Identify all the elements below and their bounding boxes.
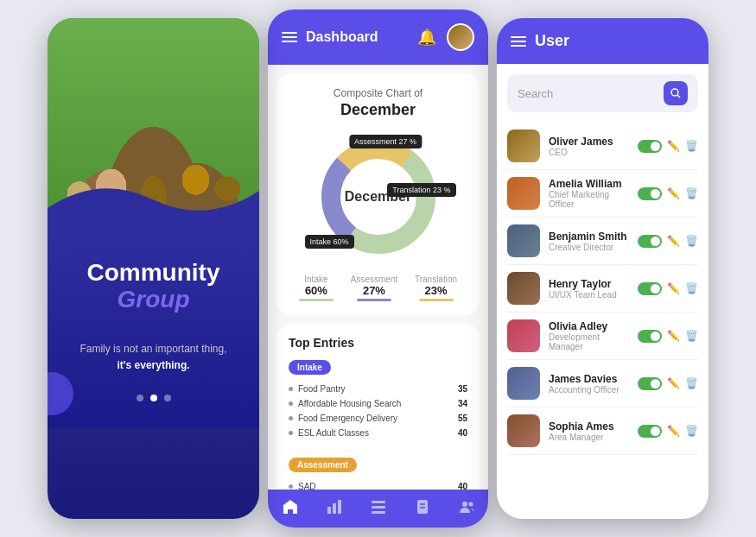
delete-sophia[interactable]: 🗑️	[685, 425, 698, 437]
edit-henry[interactable]: ✏️	[667, 282, 680, 294]
nav-list[interactable]	[370, 498, 387, 515]
community-logo: Community Group	[87, 260, 220, 313]
screen1-community: Community Group Family is not an importa…	[48, 18, 259, 519]
search-bar[interactable]: Search	[507, 74, 698, 112]
app-name-part1: Community	[87, 259, 220, 286]
entry-housing: Affordable Housing Search 34	[289, 396, 467, 411]
chart-month: December	[290, 101, 466, 119]
toggle-benjamin[interactable]	[638, 235, 662, 248]
nav-home[interactable]	[282, 498, 299, 515]
chart-subtitle: Composite Chart of	[290, 87, 466, 99]
community-photo	[48, 18, 259, 243]
dot-1[interactable]	[137, 395, 143, 401]
toggle-sophia[interactable]	[638, 425, 662, 438]
chart-card: Composite Chart of December December	[276, 73, 480, 315]
user-hamburger-icon[interactable]	[511, 36, 526, 47]
tooltip-translation: Translation 23 %	[387, 183, 455, 197]
toggle-amelia[interactable]	[638, 187, 662, 200]
community-bottom: Community Group Family is not an importa…	[48, 243, 259, 427]
actions-olivia: ✏️ 🗑️	[638, 330, 698, 343]
svg-rect-5	[333, 503, 336, 514]
avatar-oliver	[507, 130, 540, 162]
bell-icon[interactable]: 🔔	[417, 28, 436, 47]
svg-rect-6	[338, 500, 341, 514]
toggle-henry[interactable]	[638, 282, 662, 295]
svg-point-13	[462, 502, 467, 507]
nav-chart[interactable]	[326, 498, 343, 515]
stat-bar-translation	[419, 299, 454, 301]
user-info-amelia: Amelia William Chief Marketing Officer	[549, 178, 629, 209]
top-entries-title: Top Entries	[289, 336, 467, 350]
svg-point-14	[468, 502, 473, 507]
top-entries-card: Top Entries Intake Food Pantry 35 Afford…	[276, 324, 480, 490]
svg-rect-7	[372, 501, 385, 503]
dashboard-header: Dashboard 🔔	[268, 9, 488, 65]
edit-oliver[interactable]: ✏️	[667, 140, 680, 152]
entry-esl: ESL Adult Classes 40	[289, 426, 467, 440]
avatar-benjamin	[507, 224, 540, 257]
delete-olivia[interactable]: 🗑️	[685, 330, 698, 342]
stat-bar-assessment	[357, 299, 391, 301]
actions-james: ✏️ 🗑️	[638, 377, 698, 390]
dot-2[interactable]	[150, 395, 157, 401]
user-info-olivia: Olivia Adley Development Manager	[549, 320, 629, 351]
user-info-oliver: Oliver James CEO	[549, 136, 629, 157]
user-info-henry: Henry Taylor UI/UX Team Lead	[549, 278, 629, 300]
stat-bar-intake	[299, 299, 334, 301]
header-right: 🔔	[417, 23, 474, 51]
screen3-user: User Search Oliver James CEO ✏️	[497, 18, 708, 519]
edit-sophia[interactable]: ✏️	[667, 425, 680, 437]
user-row-henry: Henry Taylor UI/UX Team Lead ✏️ 🗑️	[507, 265, 698, 313]
tooltip-assessment: Assessment 27 %	[349, 135, 422, 148]
screens-container: Community Group Family is not an importa…	[39, 0, 717, 537]
toggle-oliver[interactable]	[638, 140, 662, 153]
app-name: Community Group	[87, 260, 220, 313]
search-button[interactable]	[664, 81, 688, 105]
user-row-james: James Davies Accounting Officer ✏️ 🗑️	[507, 360, 698, 407]
toggle-james[interactable]	[638, 377, 662, 390]
edit-james[interactable]: ✏️	[667, 377, 680, 389]
svg-rect-9	[372, 511, 385, 514]
edit-olivia[interactable]: ✏️	[667, 330, 680, 342]
actions-benjamin: ✏️ 🗑️	[638, 235, 698, 248]
tagline: Family is not an important thing, it's e…	[79, 341, 226, 374]
assessment-badge: Assessment	[289, 458, 357, 472]
user-row-oliver: Oliver James CEO ✏️ 🗑️	[507, 123, 698, 170]
screen2-dashboard: Dashboard 🔔 Composite Chart of December	[268, 9, 488, 528]
edit-amelia[interactable]: ✏️	[667, 187, 680, 199]
delete-james[interactable]: 🗑️	[685, 377, 698, 389]
svg-rect-4	[327, 507, 331, 514]
actions-oliver: ✏️ 🗑️	[638, 140, 698, 153]
svg-point-15	[671, 89, 678, 96]
carousel-dots	[137, 395, 171, 401]
toggle-olivia[interactable]	[638, 330, 662, 343]
dot-3[interactable]	[164, 395, 171, 401]
nav-document[interactable]	[414, 498, 431, 515]
tooltip-intake: Intake 60%	[305, 235, 354, 249]
donut-chart: December Assessment 27 % Translation 23 …	[309, 128, 448, 266]
delete-benjamin[interactable]: 🗑️	[685, 235, 698, 247]
intake-badge: Intake	[289, 360, 331, 375]
user-avatar-header[interactable]	[447, 23, 474, 51]
delete-amelia[interactable]: 🗑️	[685, 187, 698, 199]
delete-henry[interactable]: 🗑️	[685, 282, 698, 294]
avatar-olivia	[507, 319, 540, 352]
avatar-sophia	[507, 414, 540, 447]
user-header: User	[497, 18, 708, 64]
nav-users[interactable]	[458, 498, 475, 515]
edit-benjamin[interactable]: ✏️	[667, 235, 680, 247]
avatar-james	[507, 367, 540, 400]
avatar-henry	[507, 272, 540, 305]
wave-divider	[48, 174, 259, 243]
hamburger-icon[interactable]	[282, 32, 297, 42]
chart-stats: Intake 60% Assessment 27% Translation 23…	[290, 275, 466, 301]
user-row-amelia: Amelia William Chief Marketing Officer ✏…	[507, 170, 698, 218]
hamburger-line-3	[282, 41, 297, 42]
stat-intake: Intake 60%	[299, 275, 334, 301]
entry-sad: SAD 40	[289, 479, 467, 490]
user-row-sophia: Sophia Ames Area Manager ✏️ 🗑️	[507, 407, 698, 455]
actions-sophia: ✏️ 🗑️	[638, 425, 698, 438]
user-info-benjamin: Benjamin Smith Creative Director	[549, 231, 629, 252]
dashboard-content: Composite Chart of December December	[268, 65, 488, 490]
delete-oliver[interactable]: 🗑️	[685, 140, 698, 152]
